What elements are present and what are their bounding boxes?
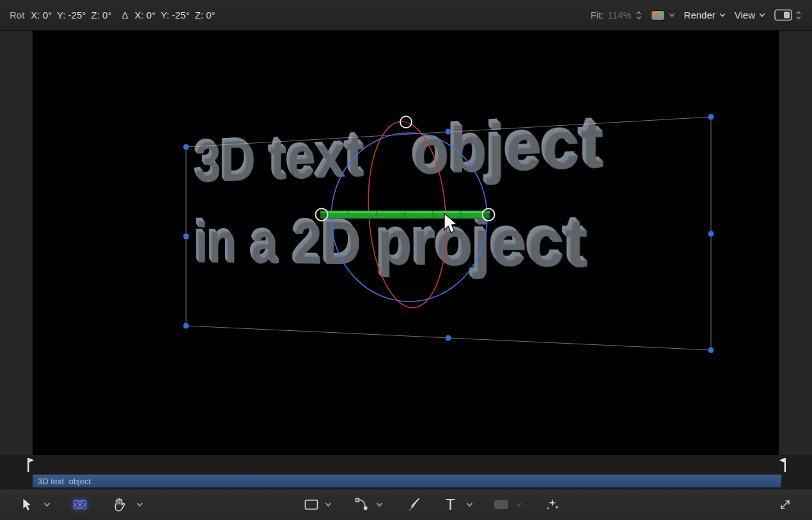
text-tool-chevron[interactable]	[466, 502, 473, 507]
timeline-layer-bar[interactable]: 3D text object	[33, 475, 781, 487]
handle-mid-left[interactable]	[183, 234, 189, 240]
expand-view-button[interactable]	[779, 498, 792, 511]
color-well-dropdown[interactable]	[651, 10, 675, 20]
select-transform-tool-button[interactable]	[20, 498, 32, 512]
paint-stroke-tool-button[interactable]	[407, 498, 421, 512]
display-layout-control[interactable]	[774, 9, 802, 21]
display-layout-icon	[774, 9, 792, 21]
3d-transform-tool-button[interactable]	[72, 497, 88, 512]
handle-top-left[interactable]	[183, 144, 189, 150]
zoom-fit-control[interactable]: Fit: 114%	[590, 10, 641, 20]
rotation-values: X: 0° Y: -25° Z: 0°	[31, 10, 111, 20]
3d-text-line2: in a 2D project	[196, 205, 774, 280]
timeline-layer-label: 3D text object	[33, 477, 91, 486]
bezier-tool-button[interactable]	[355, 498, 370, 512]
3d-text-gap	[365, 174, 414, 176]
pan-tool-chevron[interactable]	[136, 502, 143, 507]
rectangle-icon	[304, 499, 318, 510]
rotation-delta-values: X: 0° Y: -25° Z: 0°	[134, 10, 215, 20]
chevron-down-icon	[43, 502, 51, 507]
timeline-marker-row	[0, 455, 812, 474]
3d-text-line1-right: object	[413, 108, 604, 183]
chevron-down-icon	[759, 13, 765, 17]
play-range-end-marker-icon[interactable]	[777, 457, 788, 473]
chevron-down-icon	[669, 13, 675, 17]
motion-app-window: Rot X: 0° Y: -25° Z: 0° Δ X: 0° Y: -25° …	[0, 0, 812, 520]
hand-icon	[113, 498, 125, 512]
text-tool-icon: T	[446, 496, 455, 514]
render-menu[interactable]: Render	[684, 10, 726, 20]
canvas-status-bar: Rot X: 0° Y: -25° Z: 0° Δ X: 0° Y: -25° …	[0, 0, 812, 31]
play-range-start-marker-icon[interactable]	[26, 457, 36, 473]
rectangle-tool-button[interactable]	[304, 499, 318, 510]
mask-tool-chevron[interactable]	[515, 502, 522, 507]
text-tool-button[interactable]: T	[446, 496, 455, 514]
color-well-icon	[651, 10, 665, 20]
handle-bottom-left[interactable]	[183, 323, 189, 329]
chevron-down-icon	[719, 13, 726, 17]
expand-arrows-icon	[779, 498, 792, 511]
brush-icon	[407, 498, 421, 512]
canvas-viewport[interactable]: 3D text object in a 2D project	[33, 31, 779, 455]
rectangle-tool-chevron[interactable]	[325, 502, 332, 507]
rotation-readout: Rot X: 0° Y: -25° Z: 0° Δ X: 0° Y: -25° …	[0, 10, 215, 20]
chevron-down-icon	[515, 502, 522, 507]
bezier-tool-chevron[interactable]	[376, 502, 383, 507]
fit-label: Fit:	[590, 10, 604, 20]
canvas-toolbar: T	[0, 489, 812, 520]
magic-wand-icon	[545, 498, 560, 512]
delta-icon: Δ	[121, 10, 128, 20]
chevron-down-icon	[466, 502, 473, 507]
rotation-label: Rot	[10, 10, 24, 20]
view-menu[interactable]: View	[735, 10, 765, 20]
mini-timeline: 3D text object	[0, 455, 812, 489]
cursor-arrow-icon	[20, 498, 32, 512]
render-menu-label: Render	[684, 10, 715, 20]
view-menu-label: View	[735, 10, 755, 20]
stepper-icon	[795, 10, 802, 20]
chevron-down-icon	[376, 502, 383, 507]
3d-text-object[interactable]: 3D text object in a 2D project	[196, 97, 774, 280]
3d-text-line1-left: 3D text	[196, 124, 365, 190]
canvas-background: 3D text object in a 2D project	[0, 31, 812, 455]
pan-tool-button[interactable]	[113, 498, 125, 512]
handle-bottom-center[interactable]	[446, 335, 451, 341]
select-tool-chevron[interactable]	[43, 502, 51, 507]
zoom-level-value: 114%	[607, 10, 631, 20]
mask-shape-icon	[494, 500, 509, 510]
3d-transform-icon	[72, 497, 88, 512]
chevron-down-icon	[136, 502, 143, 507]
handle-bottom-right[interactable]	[708, 348, 714, 353]
bezier-pen-icon	[355, 498, 370, 512]
mask-tool-button[interactable]	[494, 500, 509, 510]
chevron-down-icon	[325, 502, 332, 507]
stepper-icon[interactable]	[636, 10, 642, 20]
adjust-wand-tool-button[interactable]	[545, 498, 560, 512]
